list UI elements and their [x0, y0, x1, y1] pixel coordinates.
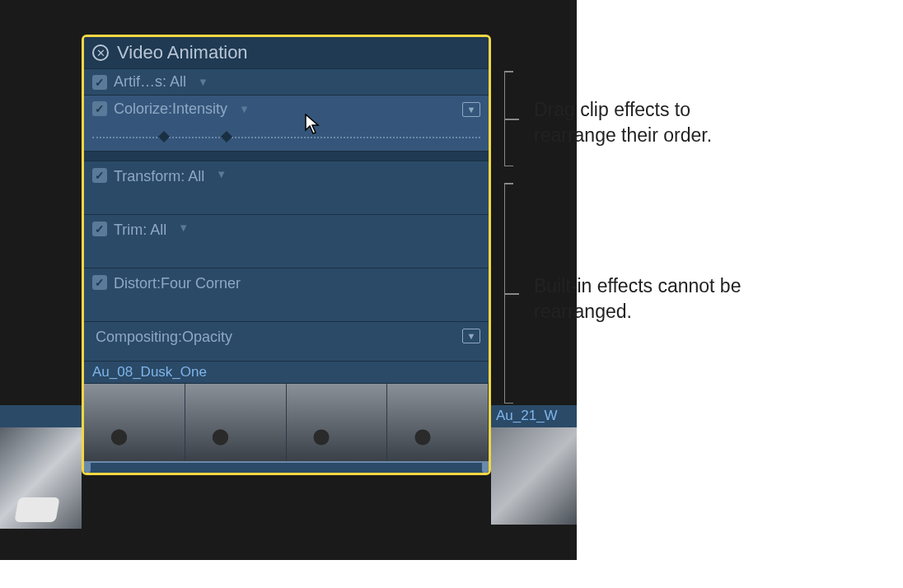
callout-text: Drag clip effects to rearrange their ord…	[534, 97, 765, 166]
timeline-clip-previous[interactable]	[0, 405, 82, 529]
effect-row-artifacts[interactable]: ✓ Artif…s: All ▼	[84, 68, 489, 95]
effect-label: Compositing:Opacity	[96, 329, 232, 346]
clip-name-label: Au_08_Dusk_One	[84, 361, 489, 383]
effect-row-colorize[interactable]: ✓ Colorize:Intensity ▼ ▼	[84, 95, 489, 151]
effect-label: Colorize:Intensity	[114, 100, 227, 118]
keyframe-track[interactable]	[92, 122, 480, 147]
checkbox-icon[interactable]: ✓	[92, 75, 107, 90]
expand-icon[interactable]: ▼	[462, 329, 480, 343]
effect-row-compositing[interactable]: Compositing:Opacity ▼	[84, 321, 489, 361]
callout-drag-effects: Drag clip effects to rearrange their ord…	[504, 71, 765, 166]
callout-builtin-effects: Built-in effects cannot be rearranged.	[504, 183, 756, 404]
thumbnail-frame	[287, 384, 388, 461]
thumbnail-frame	[387, 384, 489, 461]
keyframe-diamond-icon[interactable]	[158, 130, 170, 142]
effect-label: Trim: All	[114, 222, 166, 239]
thumbnail-frame	[84, 384, 185, 461]
panel-header: ✕ Video Animation	[84, 37, 489, 68]
effect-row-trim[interactable]: ✓ Trim: All ▼	[84, 214, 489, 268]
chevron-down-icon[interactable]: ▼	[239, 103, 250, 115]
chevron-down-icon[interactable]: ▼	[198, 76, 208, 88]
effect-label: Transform: All	[114, 168, 204, 185]
clip-thumbnail	[491, 427, 577, 525]
video-animation-panel: ✕ Video Animation ✓ Artif…s: All ▼ ✓ Col…	[82, 35, 491, 475]
checkbox-icon[interactable]: ✓	[92, 275, 107, 290]
clip-thumbnail	[0, 427, 82, 529]
bracket-icon	[504, 183, 519, 404]
checkbox-icon[interactable]: ✓	[92, 222, 107, 236]
thumbnail-frame	[185, 384, 287, 461]
checkbox-icon[interactable]: ✓	[92, 101, 107, 116]
close-icon[interactable]: ✕	[92, 44, 109, 61]
expand-icon[interactable]: ▼	[462, 102, 480, 117]
chevron-down-icon[interactable]: ▼	[178, 222, 189, 234]
keyframe-line	[92, 137, 480, 138]
chevron-down-icon[interactable]: ▼	[216, 168, 227, 180]
bracket-icon	[504, 71, 519, 166]
callout-text: Built-in effects cannot be rearranged.	[534, 273, 756, 404]
effect-row-transform[interactable]: ✓ Transform: All ▼	[84, 161, 489, 214]
clip-scrubber[interactable]	[84, 461, 489, 473]
clip-label: Au_21_W	[491, 405, 577, 427]
panel-title: Video Animation	[117, 42, 248, 63]
timeline-clip-next[interactable]: Au_21_W	[491, 405, 577, 525]
effect-label: Artif…s: All	[114, 73, 186, 91]
clip-thumbnails[interactable]	[84, 383, 489, 461]
checkbox-icon[interactable]: ✓	[92, 168, 107, 183]
effect-row-distort[interactable]: ✓ Distort:Four Corner	[84, 268, 489, 321]
effect-label: Distort:Four Corner	[114, 275, 241, 292]
keyframe-diamond-icon[interactable]	[221, 130, 232, 142]
section-gap	[84, 151, 489, 161]
clip-label-empty	[0, 405, 82, 427]
